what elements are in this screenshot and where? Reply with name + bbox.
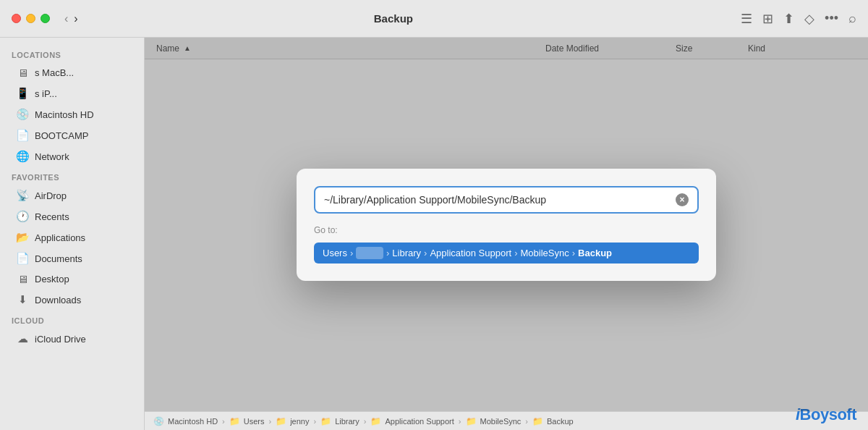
more-icon[interactable]: ••• [825,11,838,26]
bootcamp-label: BOOTCAMP [35,130,88,141]
sidebar-item-applications[interactable]: 📂 Applications [4,227,140,248]
close-button[interactable] [12,14,21,23]
breadcrumb-library-label: Library [335,417,359,426]
status-bar: 💿 Macintosh HD › 📁 Users › 📁 jenny › 📁 L… [145,411,868,430]
sidebar-item-macintosh-hd[interactable]: 💿 Macintosh HD [4,104,140,125]
grid-view-icon[interactable]: ⊞ [762,11,773,27]
airdrop-label: AirDrop [35,190,67,201]
breadcrumb-backup: 📁 Backup [532,416,574,426]
breadcrumb-users-label: Users [244,417,265,426]
path-backup: Backup [578,248,612,258]
macbook-icon: 🖥 [16,67,29,79]
minimize-button[interactable] [26,14,35,23]
macintosh-hd-icon: 💿 [16,108,29,121]
bc-sep-4: › [364,417,367,426]
sidebar-item-macbook[interactable]: 🖥 s MacB... [4,63,140,83]
network-label: Network [35,151,69,162]
bc-sep-2: › [268,417,271,426]
app-support-bc-icon: 📁 [370,416,381,426]
path-sep-1: › [350,248,353,258]
breadcrumb-app-support: 📁 Application Support [370,416,454,426]
modal-input-row[interactable]: × [314,186,699,214]
favorites-section-label: Favorites [0,167,144,185]
breadcrumb-jenny-label: jenny [290,417,309,426]
sidebar-item-bootcamp[interactable]: 📄 BOOTCAMP [4,125,140,146]
network-icon: 🌐 [16,150,29,163]
applications-label: Applications [35,232,85,243]
path-sep-3: › [424,248,427,258]
sidebar-item-network[interactable]: 🌐 Network [4,146,140,166]
goto-label: Go to: [314,225,699,235]
search-icon[interactable]: ⌕ [848,11,856,26]
clear-input-button[interactable]: × [676,193,689,206]
path-sep-5: › [572,248,575,258]
library-bc-icon: 📁 [320,416,331,426]
bootcamp-icon: 📄 [16,129,29,142]
sidebar-item-downloads[interactable]: ⬇ Downloads [4,290,140,310]
applications-icon: 📂 [16,231,29,244]
macintosh-hd-bc-icon: 💿 [153,416,164,426]
bc-sep-5: › [459,417,461,426]
window-title: Backup [46,12,741,25]
macbook-label: s MacB... [35,67,74,78]
breadcrumb-macintosh-label: Macintosh HD [168,417,218,426]
breadcrumb-mobilesync: 📁 MobileSync [466,416,522,426]
iphone-label: s iP... [35,88,57,99]
macintosh-hd-label: Macintosh HD [35,109,94,120]
icloud-section-label: iCloud [0,311,144,328]
breadcrumb-library: 📁 Library [320,416,359,426]
downloads-label: Downloads [35,295,81,305]
path-library: Library [392,248,421,258]
desktop-icon: 🖥 [16,273,29,285]
bc-sep-3: › [313,417,316,426]
path-username [356,247,383,259]
icloud-label: iCloud Drive [35,334,86,345]
downloads-icon: ⬇ [16,293,29,306]
titlebar: ‹ › Backup ☰ ⊞ ⬆ ◇ ••• ⌕ [0,0,868,38]
breadcrumb-users: 📁 Users [229,416,265,426]
documents-label: Documents [35,253,82,264]
jenny-bc-icon: 📁 [276,416,286,426]
sidebar-item-iphone[interactable]: 📱 s iP... [4,83,140,104]
modal-overlay: × Go to: Users › › Library › Application… [145,38,868,411]
breadcrumb-mobilesync-label: MobileSync [480,417,522,426]
path-mobilesync: MobileSync [521,248,569,258]
users-bc-icon: 📁 [229,416,240,426]
path-breadcrumb[interactable]: Users › › Library › Application Support … [314,243,699,264]
documents-icon: 📄 [16,252,29,265]
main-layout: Locations 🖥 s MacB... 📱 s iP... 💿 Macint… [0,38,868,430]
breadcrumb-macintosh: 💿 Macintosh HD [153,416,218,426]
breadcrumb-jenny: 📁 jenny [276,416,309,426]
breadcrumb-app-support-label: Application Support [385,417,454,426]
breadcrumb-backup-label: Backup [547,417,574,426]
icloud-icon: ☁ [16,332,29,345]
backup-bc-icon: 📁 [532,416,543,426]
list-view-icon[interactable]: ☰ [741,11,752,27]
tag-icon[interactable]: ◇ [804,11,814,27]
mobilesync-bc-icon: 📁 [466,416,477,426]
sidebar-item-airdrop[interactable]: 📡 AirDrop [4,185,140,206]
sidebar-item-documents[interactable]: 📄 Documents [4,248,140,269]
sidebar-item-desktop[interactable]: 🖥 Desktop [4,269,140,289]
sidebar-item-recents[interactable]: 🕐 Recents [4,206,140,227]
sidebar: Locations 🖥 s MacB... 📱 s iP... 💿 Macint… [0,38,145,430]
sidebar-item-icloud-drive[interactable]: ☁ iCloud Drive [4,329,140,349]
goto-folder-dialog: × Go to: Users › › Library › Application… [297,169,716,281]
path-app-support: Application Support [430,248,511,258]
path-users: Users [323,248,347,258]
path-sep-2: › [386,248,389,258]
traffic-lights [12,14,50,23]
share-icon[interactable]: ⬆ [783,11,794,27]
bc-sep-6: › [525,417,528,426]
path-input[interactable] [324,194,676,206]
locations-section-label: Locations [0,45,144,62]
content-area: Name ▲ Date Modified Size Kind × Go to: … [145,38,868,430]
iphone-icon: 📱 [16,87,29,100]
toolbar-icons: ☰ ⊞ ⬆ ◇ ••• ⌕ [741,11,856,27]
airdrop-icon: 📡 [16,189,29,202]
desktop-label: Desktop [35,274,69,284]
recents-icon: 🕐 [16,210,29,223]
path-sep-4: › [514,248,517,258]
recents-label: Recents [35,211,69,222]
bc-sep-1: › [222,417,225,426]
